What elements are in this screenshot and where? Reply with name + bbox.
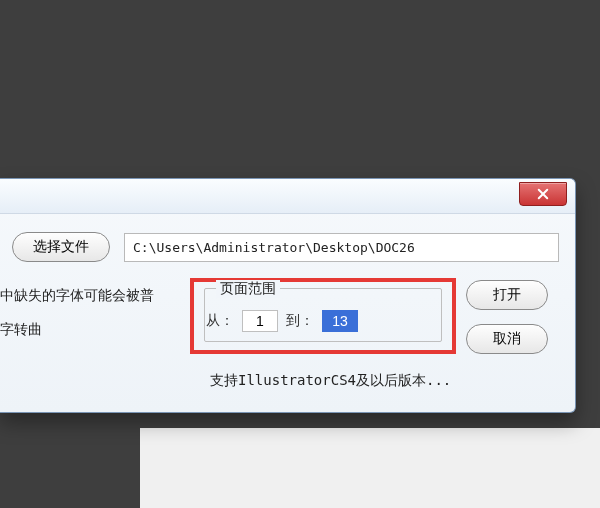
close-icon (537, 188, 549, 200)
page-range-group: 页面范围 从： 到： (190, 278, 456, 354)
file-open-dialog: 选择文件 C:\Users\Administrator\Desktop\DOC2… (0, 178, 576, 413)
page-to-input[interactable] (322, 310, 358, 332)
titlebar (0, 179, 575, 214)
file-path-field[interactable]: C:\Users\Administrator\Desktop\DOC26 (124, 233, 559, 262)
font-warning-text: 中缺失的字体可能会被普 字转曲 (0, 276, 180, 342)
page-range-legend: 页面范围 (216, 280, 280, 298)
open-button[interactable]: 打开 (466, 280, 548, 310)
app-backdrop-light (140, 428, 600, 508)
from-label: 从： (206, 312, 234, 330)
cancel-button[interactable]: 取消 (466, 324, 548, 354)
font-warning-line2: 字转曲 (0, 316, 180, 342)
close-button[interactable] (519, 182, 567, 206)
select-file-button[interactable]: 选择文件 (12, 232, 110, 262)
dialog-action-buttons: 打开 取消 (466, 276, 548, 354)
page-range-fields: 从： 到： (206, 310, 440, 332)
page-from-input[interactable] (242, 310, 278, 332)
file-row: 选择文件 C:\Users\Administrator\Desktop\DOC2… (0, 232, 559, 262)
support-text: 支持IllustratorCS4及以后版本... (0, 372, 559, 390)
dialog-content: 选择文件 C:\Users\Administrator\Desktop\DOC2… (0, 214, 575, 412)
options-row: 中缺失的字体可能会被普 字转曲 页面范围 从： 到： 打开 取消 (0, 276, 559, 354)
font-warning-line1: 中缺失的字体可能会被普 (0, 282, 180, 308)
to-label: 到： (286, 312, 314, 330)
